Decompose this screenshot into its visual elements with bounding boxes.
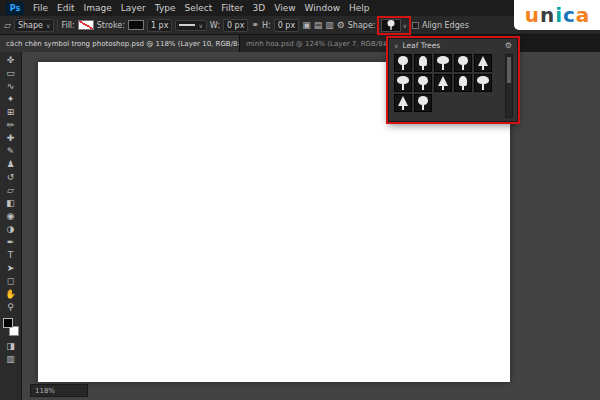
menu-image[interactable]: Image (84, 3, 112, 13)
shape-thumbnail[interactable] (394, 54, 412, 72)
quick-selection-tool[interactable]: ✦ (1, 93, 21, 106)
shape-thumbnail[interactable] (414, 74, 432, 92)
menu-file[interactable]: File (33, 3, 48, 13)
menu-window[interactable]: Window (305, 3, 341, 13)
shape-picker-highlighted[interactable]: ∨ (379, 18, 409, 33)
logo-letter: a (576, 3, 590, 27)
dodge-tool[interactable]: ◑ (1, 223, 21, 236)
logo-letter: c (563, 3, 575, 27)
status-bar: 118% (30, 384, 88, 397)
hand-tool[interactable]: ✋ (1, 288, 21, 301)
chevron-down-icon: ∨ (198, 22, 202, 29)
blur-tool[interactable]: ◉ (1, 210, 21, 223)
gear-icon[interactable]: ⚙ (337, 20, 345, 30)
link-dimensions-icon[interactable]: ⚭ (251, 20, 259, 30)
shape-thumbnail[interactable] (414, 54, 432, 72)
menu-view[interactable]: View (274, 3, 295, 13)
chevron-down-icon: ∨ (394, 42, 398, 49)
divider (57, 19, 58, 31)
shape-thumbnail[interactable] (394, 94, 412, 112)
zoom-level[interactable]: 118% (35, 387, 55, 395)
leaf-tree-icon (395, 55, 411, 71)
shape-thumbnail[interactable] (434, 74, 452, 92)
menu-3d[interactable]: 3D (253, 3, 266, 13)
color-swatches[interactable] (2, 317, 20, 337)
gear-icon[interactable]: ⚙ (505, 41, 512, 50)
tools-panel: ✜ ▭ ∿ ✦ ⊞ ✏ ✚ ✎ ♟ ↺ ▱ ◧ ◉ ◑ ✒ T ➤ ◻ ✋ ⚲ … (0, 52, 22, 400)
shape-thumbnail[interactable] (394, 74, 412, 92)
clone-stamp-tool[interactable]: ♟ (1, 158, 21, 171)
lasso-tool[interactable]: ∿ (1, 80, 21, 93)
leaf-tree-icon (415, 75, 431, 91)
shape-label: Shape: (348, 21, 376, 30)
foreground-color-swatch[interactable] (3, 318, 13, 328)
gradient-tool[interactable]: ◧ (1, 197, 21, 210)
screen-mode-button[interactable]: ▥ (1, 353, 21, 366)
path-alignment-icon[interactable]: ▤ (314, 20, 323, 30)
tab-title: cách chèn symbol trong photoshop.psd @ 1… (6, 40, 240, 48)
menu-bar: Ps File Edit Image Layer Type Select Fil… (0, 0, 600, 16)
path-arrangement-icon[interactable]: ▥ (325, 20, 334, 30)
stroke-label: Stroke: (97, 21, 125, 30)
menu-type[interactable]: Type (155, 3, 176, 13)
tab-title: minh hoa.psd @ 124% (Layer 7, RGB/8#) * (246, 40, 397, 48)
width-label: W: (210, 21, 220, 30)
height-field[interactable]: 0 px (274, 19, 299, 32)
marquee-tool[interactable]: ▭ (1, 67, 21, 80)
stroke-width-field[interactable]: 1 px (147, 19, 172, 32)
leaf-tree-icon (455, 75, 471, 91)
leaf-tree-icon (415, 55, 431, 71)
path-operations-icon[interactable]: ▣ (302, 20, 311, 30)
move-tool[interactable]: ✜ (1, 54, 21, 67)
brush-tool[interactable]: ✎ (1, 145, 21, 158)
align-edges-checkbox[interactable] (412, 22, 419, 29)
shape-group-title: Leaf Trees (402, 41, 440, 50)
zoom-tool[interactable]: ⚲ (1, 301, 21, 314)
leaf-tree-icon (435, 55, 451, 71)
panel-scrollbar[interactable] (505, 54, 513, 118)
shape-thumbnail[interactable] (454, 74, 472, 92)
leaf-tree-icon (455, 55, 471, 71)
crop-tool[interactable]: ⊞ (1, 106, 21, 119)
stroke-style-line-icon (179, 24, 195, 26)
tab-document-active[interactable]: cách chèn symbol trong photoshop.psd @ 1… (0, 35, 240, 52)
shape-tool[interactable]: ◻ (1, 275, 21, 288)
chevron-down-icon: ∨ (46, 22, 50, 29)
shape-grid (394, 54, 492, 112)
scrollbar-thumb[interactable] (507, 57, 511, 83)
pen-tool[interactable]: ✒ (1, 236, 21, 249)
height-label: H: (262, 21, 271, 30)
shape-thumbnail[interactable] (434, 54, 452, 72)
shape-thumbnail[interactable] (414, 94, 432, 112)
quick-mask-button[interactable]: ◨ (1, 340, 21, 353)
tool-mode-value: Shape (18, 21, 43, 30)
shape-thumbnail[interactable] (474, 54, 492, 72)
menu-layer[interactable]: Layer (121, 3, 146, 13)
type-tool[interactable]: T (1, 249, 21, 262)
shape-thumbnail[interactable] (474, 74, 492, 92)
fill-swatch[interactable] (78, 20, 94, 30)
shape-preview-thumbnail[interactable] (381, 19, 401, 32)
eyedropper-tool[interactable]: ✏ (1, 119, 21, 132)
logo-letter: n (540, 3, 554, 27)
photoshop-app-icon[interactable]: Ps (6, 2, 24, 15)
leaf-tree-icon (415, 95, 431, 111)
menu-filter[interactable]: Filter (221, 3, 243, 13)
shape-group-header[interactable]: ∨ Leaf Trees ⚙ (389, 39, 517, 52)
history-brush-tool[interactable]: ↺ (1, 171, 21, 184)
path-selection-tool[interactable]: ➤ (1, 262, 21, 275)
healing-brush-tool[interactable]: ✚ (1, 132, 21, 145)
logo-letter: i (555, 3, 562, 27)
stroke-style-dropdown[interactable]: ∨ (175, 20, 206, 31)
shape-thumbnail[interactable] (454, 54, 472, 72)
width-field[interactable]: 0 px (223, 19, 248, 32)
tool-options-bar: ▱ Shape ∨ Fill: Stroke: 1 px ∨ W: 0 px ⚭… (0, 16, 600, 35)
menu-help[interactable]: Help (349, 3, 370, 13)
photoshop-window: Ps File Edit Image Layer Type Select Fil… (0, 0, 600, 400)
menu-select[interactable]: Select (184, 3, 212, 13)
menu-edit[interactable]: Edit (57, 3, 74, 13)
stroke-swatch[interactable] (128, 20, 144, 30)
leaf-tree-icon (475, 75, 491, 91)
eraser-tool[interactable]: ▱ (1, 184, 21, 197)
tool-mode-dropdown[interactable]: Shape ∨ (14, 19, 54, 32)
